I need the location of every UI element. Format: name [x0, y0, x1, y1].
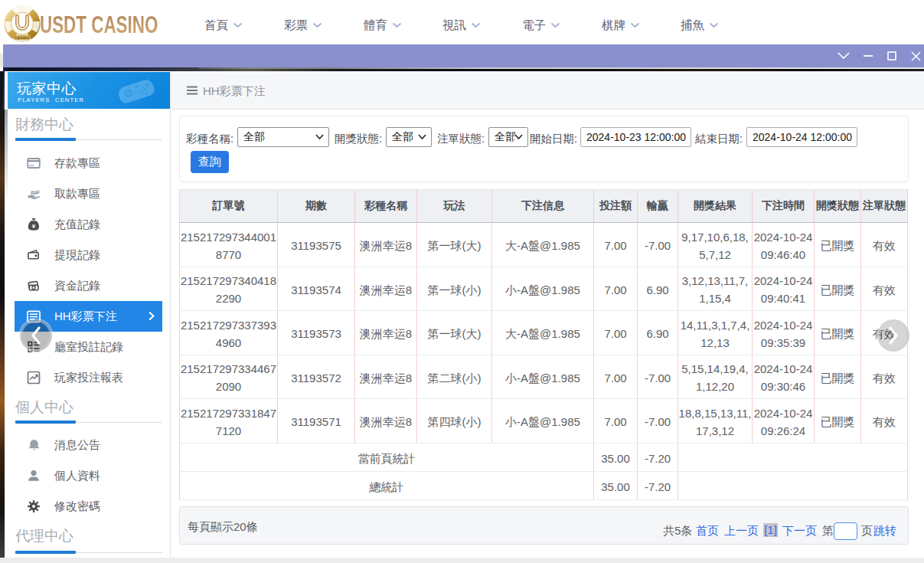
svg-text:CASINO: CASINO — [15, 36, 30, 40]
svg-text:¥: ¥ — [32, 223, 36, 230]
